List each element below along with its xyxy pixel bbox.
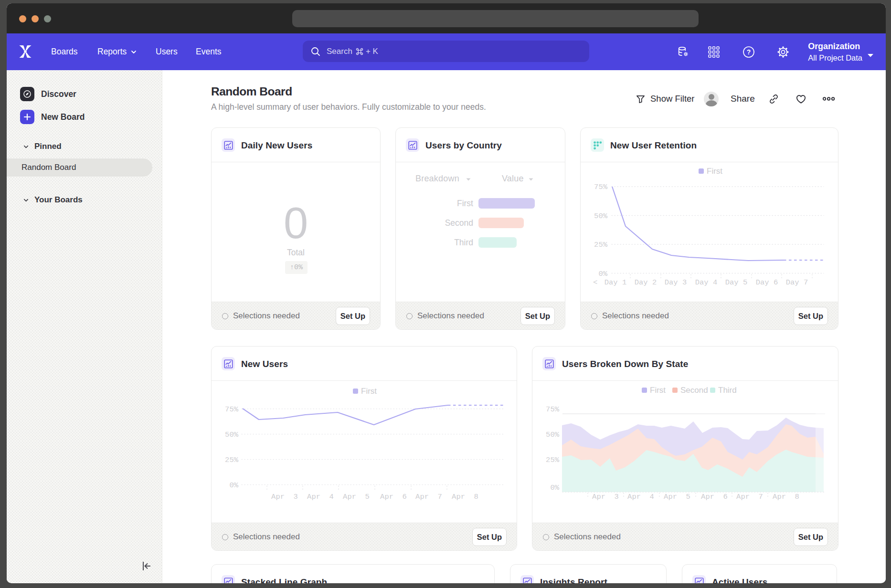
svg-text:Apr 7: Apr 7 (736, 493, 763, 501)
svg-text:Day 7: Day 7 (786, 278, 808, 287)
svg-text:Day 6: Day 6 (756, 278, 778, 287)
svg-text:75%: 75% (594, 183, 608, 191)
svg-text:Day 1: Day 1 (605, 278, 627, 287)
svg-text:Day 5: Day 5 (725, 278, 748, 287)
svg-text:25%: 25% (225, 456, 239, 464)
svg-text:Apr 3: Apr 3 (592, 493, 619, 501)
svg-text:Apr 4: Apr 4 (627, 493, 654, 501)
svg-text:Day 2: Day 2 (635, 278, 657, 287)
svg-text:25%: 25% (594, 241, 608, 249)
svg-text:Apr 8: Apr 8 (773, 493, 799, 501)
svg-text:?: ? (747, 48, 751, 56)
svg-text:<: < (593, 278, 597, 287)
svg-text:Day 4: Day 4 (695, 278, 718, 287)
svg-text:25%: 25% (546, 456, 560, 464)
svg-text:Apr 5: Apr 5 (664, 493, 690, 501)
svg-text:Apr 7: Apr 7 (415, 493, 442, 501)
svg-text:0%: 0% (550, 483, 559, 492)
svg-text:Apr 6: Apr 6 (380, 493, 407, 501)
svg-text:Second: Second (680, 386, 708, 395)
svg-text:75%: 75% (225, 405, 239, 414)
svg-text:First: First (361, 387, 377, 396)
svg-text:75%: 75% (546, 405, 560, 414)
svg-text:50%: 50% (594, 212, 608, 220)
svg-text:Apr 6: Apr 6 (701, 493, 728, 501)
svg-text:50%: 50% (546, 430, 560, 439)
svg-text:Day 3: Day 3 (665, 278, 687, 287)
svg-text:Apr 3: Apr 3 (271, 493, 298, 501)
svg-text:Third: Third (718, 386, 737, 395)
svg-text:50%: 50% (225, 430, 239, 439)
svg-text:Apr 5: Apr 5 (343, 493, 370, 501)
svg-text:0%: 0% (598, 270, 607, 278)
svg-text:0%: 0% (229, 481, 238, 490)
svg-text:First: First (650, 386, 666, 395)
svg-text:Apr 4: Apr 4 (307, 493, 334, 501)
svg-text:Apr 8: Apr 8 (452, 493, 478, 501)
svg-text:First: First (707, 167, 722, 176)
